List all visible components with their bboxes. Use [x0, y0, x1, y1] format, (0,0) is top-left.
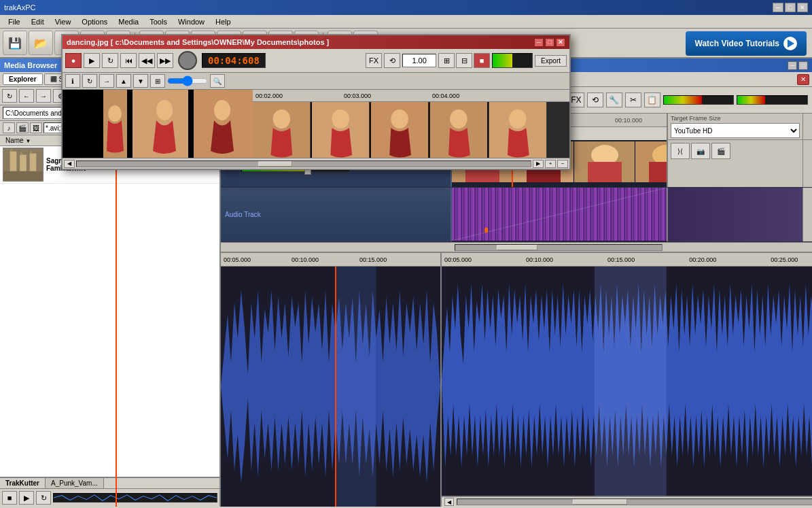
- popup-view2[interactable]: ⊟: [456, 53, 472, 68]
- mb-play-btn[interactable]: ▶: [19, 491, 34, 505]
- menu-help[interactable]: Help: [210, 16, 236, 27]
- popup-rec-btn[interactable]: ●: [65, 53, 82, 68]
- popup-speed-input[interactable]: [402, 54, 436, 67]
- scroll-left-btn[interactable]: ◀: [444, 498, 454, 506]
- close-btn[interactable]: ✕: [797, 3, 808, 12]
- right-meter: [737, 95, 808, 105]
- popup-loop-btn[interactable]: ↻: [102, 53, 118, 68]
- mb-stop-btn[interactable]: ■: [2, 491, 17, 505]
- popup-fx1-btn[interactable]: FX: [366, 53, 382, 68]
- popup-title-text: dancing.jpg [ c:\Documents and Settings\…: [67, 38, 329, 46]
- open-btn[interactable]: 📂: [29, 31, 53, 55]
- audio-track-svg: [452, 188, 667, 241]
- mw-min-btn[interactable]: ─: [788, 61, 797, 70]
- track-h-scroll[interactable]: [455, 244, 663, 251]
- popup-export-btn[interactable]: Export: [535, 55, 567, 67]
- mw-panel-btns: ─ □: [788, 61, 808, 70]
- menu-view[interactable]: View: [50, 16, 77, 27]
- popup-thumb-frames: [253, 102, 569, 158]
- popup-scroll-track[interactable]: [76, 160, 531, 167]
- tr-magnet-btn[interactable]: 🔧: [606, 92, 622, 107]
- popup-zoom-out[interactable]: −: [557, 160, 568, 168]
- svg-point-51: [214, 100, 230, 120]
- watch-tutorials-label: Watch Video Tutorials: [695, 39, 779, 48]
- mb-bottom-controls: ■ ▶ ↻: [0, 489, 219, 507]
- popup-fx2-btn[interactable]: ⟲: [384, 53, 400, 68]
- popup-fwd-btn[interactable]: ▶▶: [157, 53, 173, 68]
- rc-btn-3[interactable]: 🎬: [711, 143, 730, 159]
- svg-rect-45: [188, 90, 194, 158]
- svg-rect-63: [311, 102, 312, 158]
- mw-max-btn[interactable]: □: [798, 61, 808, 70]
- rc-btn-2[interactable]: 📷: [691, 143, 710, 159]
- popup-dialog: dancing.jpg [ c:\Documents and Settings\…: [61, 34, 571, 170]
- popup-wheel[interactable]: [178, 51, 197, 70]
- svg-rect-7: [3, 171, 43, 181]
- svg-rect-29: [595, 267, 667, 496]
- popup-zoom-in[interactable]: +: [545, 160, 556, 168]
- mb-ctrl-forward[interactable]: →: [36, 89, 51, 103]
- psb-down-btn[interactable]: ▼: [133, 74, 148, 88]
- svg-point-60: [450, 109, 467, 129]
- psb-grid-btn[interactable]: ⊞: [150, 74, 165, 88]
- popup-prev-btn[interactable]: ⏮: [120, 53, 137, 68]
- popup-max-btn[interactable]: □: [545, 38, 554, 47]
- mw-close-btn[interactable]: ✕: [797, 74, 809, 85]
- save-btn[interactable]: 💾: [3, 31, 27, 55]
- filter-film-icon[interactable]: 🎬: [16, 122, 29, 133]
- menu-options[interactable]: Options: [76, 16, 113, 27]
- popup-close-btn[interactable]: ✕: [556, 38, 565, 47]
- right-top-controls: Target Frame Size YouTube HD 1080p 720p: [667, 114, 802, 140]
- menu-tools[interactable]: Tools: [144, 16, 173, 27]
- popup-min-btn[interactable]: ─: [534, 38, 544, 47]
- popup-ruler-1: 00:03.000: [344, 92, 371, 99]
- h-scroll-track[interactable]: [457, 498, 812, 505]
- menu-edit[interactable]: Edit: [26, 16, 50, 27]
- filter-image-icon[interactable]: 🖼: [30, 122, 42, 133]
- popup-rew-btn[interactable]: ◀◀: [139, 53, 155, 68]
- popup-view1[interactable]: ⊞: [438, 53, 455, 68]
- menu-window[interactable]: Window: [173, 16, 210, 27]
- filter-icon-group: ♪ 🎬 🖼: [3, 122, 42, 133]
- svg-rect-19: [649, 162, 667, 182]
- mb-loop-btn[interactable]: ↻: [36, 491, 51, 505]
- popup-scroll-thumb[interactable]: [258, 161, 292, 167]
- minimize-btn[interactable]: ─: [773, 3, 783, 12]
- tab-explorer[interactable]: Explorer: [3, 73, 43, 85]
- psb-up-btn[interactable]: ▲: [116, 74, 131, 88]
- popup-view3[interactable]: ■: [474, 53, 490, 68]
- left-meter: [663, 95, 735, 105]
- audio-track-header: Audio Track: [221, 188, 452, 241]
- psb-info-btn[interactable]: ℹ: [65, 74, 80, 88]
- popup-titlebar: dancing.jpg [ c:\Documents and Settings\…: [63, 35, 569, 49]
- tr-cut-btn[interactable]: ✂: [625, 92, 641, 107]
- svg-rect-16: [588, 162, 622, 182]
- mb-ctrl-refresh[interactable]: ↻: [2, 89, 17, 103]
- psb-zoom-slider[interactable]: [167, 77, 208, 85]
- track-scroll-thumb[interactable]: [497, 245, 537, 250]
- h-scroll-thumb[interactable]: [573, 499, 627, 505]
- popup-scroll-left[interactable]: ◀: [64, 160, 75, 168]
- popup-scroll-right[interactable]: ▶: [533, 160, 544, 168]
- popup-mini-meter: [492, 53, 533, 68]
- mb-ctrl-back[interactable]: ←: [19, 89, 34, 103]
- psb-zoom-btn[interactable]: 🔍: [210, 74, 225, 88]
- svg-point-49: [156, 100, 173, 120]
- menu-file[interactable]: File: [3, 16, 26, 27]
- tr-comp-btn[interactable]: ⟲: [587, 92, 603, 107]
- svg-point-54: [273, 109, 290, 129]
- watch-tutorials-btn[interactable]: Watch Video Tutorials: [686, 31, 807, 56]
- maximize-btn[interactable]: □: [785, 3, 796, 12]
- psb-arrow-btn[interactable]: →: [99, 74, 114, 88]
- psb-refresh-btn[interactable]: ↻: [82, 74, 97, 88]
- filter-note-icon[interactable]: ♪: [3, 122, 15, 133]
- popup-play-btn[interactable]: ▶: [84, 53, 100, 68]
- bottom-tab-apunk[interactable]: A_Punk_Vam...: [46, 478, 104, 488]
- tr-mark-25: 00:25.000: [771, 256, 798, 263]
- target-frame-select[interactable]: YouTube HD 1080p 720p: [671, 123, 800, 138]
- bottom-tab-trakkutter[interactable]: TrakKutter: [0, 478, 46, 488]
- menu-media[interactable]: Media: [113, 16, 144, 27]
- rc-btn-1[interactable]: ⟩⟨: [671, 143, 690, 159]
- tr-mix-btn[interactable]: 📋: [644, 92, 660, 107]
- right-meter-fill: [737, 96, 765, 104]
